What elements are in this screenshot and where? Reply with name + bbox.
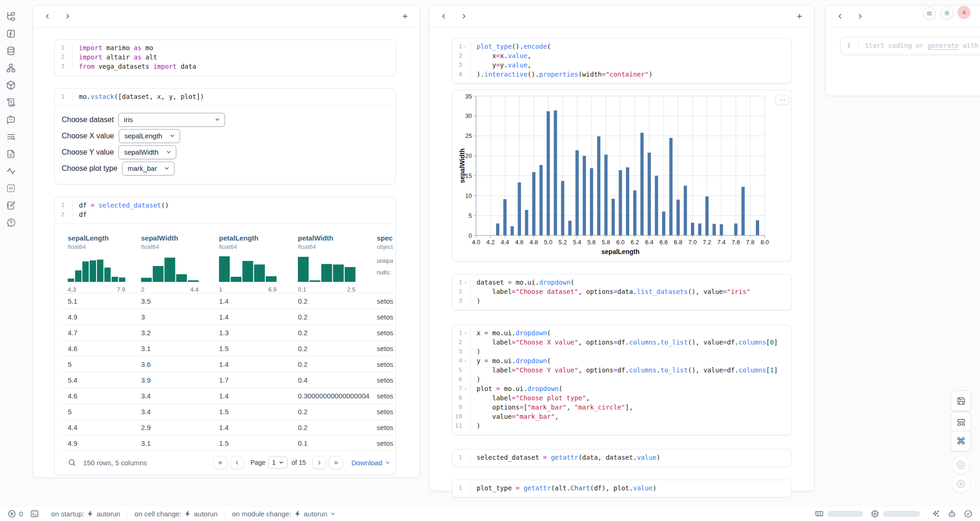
table-cell[interactable]: 4.6 [63,340,136,356]
fold-chevron-icon[interactable] [463,387,467,391]
table-cell[interactable]: 0.2 [293,404,372,419]
table-cell[interactable]: 0.2 [293,340,372,356]
chevron-left-icon[interactable] [43,12,52,20]
stop-button[interactable] [952,456,970,474]
table-cell[interactable]: 3.2 [136,325,214,340]
download-button[interactable]: Download [351,459,391,467]
help-icon[interactable] [6,217,16,228]
snippets-icon[interactable] [6,149,16,159]
table-cell[interactable]: 1.5 [214,435,293,451]
table-cell[interactable]: 3.6 [136,356,214,372]
add-column-icon[interactable] [795,12,804,20]
scratchpad-icon[interactable] [6,131,16,142]
runtime-config-item[interactable]: on module change:autorun [232,510,336,518]
table-cell[interactable]: setosa [372,356,393,372]
cell-vstack[interactable]: 1mo.vstack([dataset, x, y, plot]) Choose… [54,88,396,184]
save-button[interactable] [951,391,971,411]
keyboard-shortcuts-button[interactable]: ⌘ [951,431,971,451]
dropdown-select[interactable]: mark_bar [122,162,174,176]
table-cell[interactable]: 1.3 [214,325,293,340]
package-icon[interactable] [6,80,16,90]
terminal-icon[interactable] [30,509,39,518]
table-cell[interactable]: 4.9 [63,309,136,325]
run-button[interactable] [952,475,970,493]
cell-selected-dataset[interactable]: 1selected_dataset = getattr(data, datase… [452,449,792,467]
code-editor[interactable]: 1selected_dataset = getattr(data, datase… [452,449,791,466]
table-cell[interactable]: 3.5 [136,293,214,309]
table-cell[interactable]: 1.4 [214,388,293,404]
scroll-icon[interactable] [6,97,16,107]
close-button[interactable] [958,6,970,19]
table-cell[interactable]: 0.1 [293,435,372,451]
chat-icon[interactable] [6,114,16,124]
cell-empty-editor[interactable]: 1Start coding or generate with [840,37,980,55]
table-cell[interactable]: setosa [372,309,393,325]
code-editor[interactable]: 1plot_type = getattr(alt.Chart(df), plot… [452,480,791,497]
dependency-graph-icon[interactable] [6,63,16,73]
table-cell[interactable]: 1.4 [214,356,293,372]
runtime-config-item[interactable]: on cell change:autorun [135,510,218,518]
table-cell[interactable]: 0.2 [293,356,372,372]
next-page-button[interactable] [312,456,326,469]
table-cell[interactable]: setosa [372,419,393,435]
table-cell[interactable]: 1.5 [214,340,293,356]
table-cell[interactable]: 3.1 [136,435,214,451]
fold-chevron-icon[interactable] [463,280,467,285]
table-cell[interactable]: 1.7 [214,372,293,388]
fold-chevron-icon[interactable] [463,359,467,363]
cell-plot-type[interactable]: 1plot_type = getattr(alt.Chart(df), plot… [452,480,792,497]
runtime-config-item[interactable]: on startup:autorun [51,510,120,518]
notebook-icon[interactable] [6,200,16,210]
table-cell[interactable]: 0.2 [293,309,372,325]
cell-imports[interactable]: 1import marimo as mo2import altair as al… [54,39,396,76]
code-editor[interactable]: 1plot_type().encode(2 x=x.value,3 y=y.va… [452,39,791,83]
table-cell[interactable]: setosa [372,340,393,356]
code-block-icon[interactable] [6,183,16,193]
search-icon[interactable] [68,458,76,467]
table-cell[interactable]: 5.4 [63,372,136,388]
tracing-icon[interactable] [6,166,16,176]
chevron-left-icon[interactable] [439,12,448,20]
table-cell[interactable]: 1.4 [214,419,293,435]
code-editor[interactable]: 1import marimo as mo2import altair as al… [55,40,395,75]
prev-page-button[interactable] [230,456,244,469]
table-cell[interactable]: 5.1 [63,293,136,309]
table-cell[interactable]: 3.1 [136,340,214,356]
chevron-right-icon[interactable] [64,12,72,20]
table-cell[interactable]: 4.6 [63,388,136,404]
table-cell[interactable]: 3.9 [136,372,214,388]
fold-chevron-icon[interactable] [463,331,467,335]
table-column-header[interactable]: petalWidthfloat640.12.5 [293,234,372,293]
add-column-icon[interactable] [401,12,409,20]
database-icon[interactable] [6,46,16,56]
settings-button[interactable] [941,7,953,19]
table-cell[interactable]: 0.2 [293,325,372,340]
page-select[interactable]: 1 [268,456,288,469]
cpu-meter[interactable] [883,511,920,517]
table-cell[interactable]: 5 [63,404,136,419]
sparkles-icon[interactable] [931,509,940,518]
code-editor[interactable]: 1Start coding or generate with [841,38,980,54]
file-tree-icon[interactable] [6,11,16,21]
dropdown-select[interactable]: sepalLength [119,129,180,143]
table-cell[interactable]: 1.4 [214,309,293,325]
chevron-right-icon[interactable] [856,12,864,20]
layout-button[interactable] [951,412,971,432]
table-column-header[interactable]: petalLengthfloat6416.9 [214,234,293,293]
memory-meter[interactable] [827,511,863,517]
table-cell[interactable]: 0.4 [293,372,372,388]
first-page-button[interactable] [213,456,227,469]
cell-xy-plot-dropdowns[interactable]: 1x = mo.ui.dropdown(2 label="Choose X va… [452,325,792,435]
chart-options-button[interactable] [775,95,789,105]
function-icon[interactable] [6,28,16,39]
table-cell[interactable]: 0.30000000000000004 [293,388,372,404]
chevron-left-icon[interactable] [836,12,844,20]
table-cell[interactable]: 0.2 [293,419,372,435]
code-editor[interactable]: 1mo.vstack([dataset, x, y, plot]) [55,89,395,105]
table-cell[interactable]: 3.4 [136,404,214,419]
menu-button[interactable] [923,7,935,20]
fold-chevron-icon[interactable] [463,45,467,49]
altair-bar-chart[interactable]: 4.04.24.44.64.85.05.25.45.65.86.06.26.46… [452,90,791,261]
chevron-right-icon[interactable] [460,12,468,20]
table-cell[interactable]: 2.9 [136,419,214,435]
